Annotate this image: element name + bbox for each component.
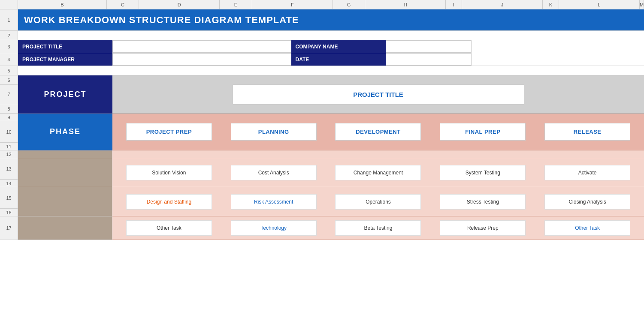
- row-num-10: 10: [0, 121, 18, 143]
- row-num-17: 17: [0, 216, 18, 240]
- task-cost-analysis[interactable]: Cost Analysis: [231, 165, 317, 180]
- col-header-M: M: [640, 0, 644, 9]
- row-num-16: 16: [0, 209, 18, 216]
- row-4-spacer: [472, 53, 644, 66]
- company-name-label: COMPANY NAME: [291, 40, 386, 53]
- row-num-15: 15: [0, 187, 18, 209]
- tasks-left-3: [18, 216, 112, 240]
- task-other-task-1[interactable]: Other Task: [126, 220, 212, 236]
- row-4-content: PROJECT MANAGER DATE: [18, 53, 644, 66]
- col-header-D: D: [139, 0, 220, 9]
- task-risk-assessment[interactable]: Risk Assessment: [231, 194, 317, 210]
- date-label: DATE: [291, 53, 386, 66]
- col-header-E: E: [220, 0, 252, 9]
- row-num-9: 9: [0, 114, 18, 121]
- col-header-K: K: [543, 0, 559, 9]
- task-activate[interactable]: Activate: [544, 165, 630, 180]
- project-title-area: PROJECT TITLE: [112, 75, 644, 114]
- spreadsheet: B C D E F G H I J K L M 1 WORK BREAKDOWN…: [0, 0, 644, 315]
- phase-release[interactable]: RELEASE: [544, 123, 630, 141]
- row-3: 3 PROJECT TITLE COMPANY NAME: [0, 40, 644, 53]
- phase-label: PHASE: [18, 114, 112, 150]
- row-num-14: 14: [0, 180, 18, 187]
- project-manager-label: PROJECT MANAGER: [18, 53, 112, 66]
- row-4: 4 PROJECT MANAGER DATE: [0, 53, 644, 66]
- row-num-7: 7: [0, 85, 18, 104]
- col-header-L: L: [559, 0, 640, 9]
- task-solution-vision[interactable]: Solution Vision: [126, 165, 212, 180]
- row-num-3: 3: [0, 40, 18, 53]
- wbs-project-title-box[interactable]: PROJECT TITLE: [233, 84, 524, 105]
- row-nums-6-8: 6 7 8: [0, 75, 18, 114]
- row-num-5: 5: [0, 66, 18, 75]
- row-nums-15-16: 15 16: [0, 187, 18, 216]
- title-bar: WORK BREAKDOWN STRUCTURE DIAGRAM TEMPLAT…: [18, 9, 644, 30]
- row-nums-13-14: 13 14: [0, 158, 18, 187]
- row-num-2: 2: [0, 31, 18, 40]
- row-nums-9-11: 9 10 11: [0, 114, 18, 150]
- task-row-2: Design and Staffing Risk Assessment Oper…: [112, 187, 644, 216]
- project-title-value[interactable]: [112, 40, 291, 53]
- row-2-content: [18, 31, 644, 40]
- row-num-4: 4: [0, 53, 18, 66]
- row-num-11: 11: [0, 143, 18, 150]
- project-manager-value[interactable]: [112, 53, 291, 66]
- row-1: 1 WORK BREAKDOWN STRUCTURE DIAGRAM TEMPL…: [0, 9, 644, 31]
- row-12-left: [18, 150, 112, 158]
- corner-cell: [0, 0, 18, 9]
- col-header-H: H: [365, 0, 446, 9]
- row-2: 2: [0, 31, 644, 40]
- task-change-management[interactable]: Change Management: [335, 165, 421, 180]
- phases-row: PROJECT PREP PLANNING DEVELOPMENT FINAL …: [112, 114, 644, 150]
- tasks-left-1: [18, 158, 112, 187]
- row-12: 12: [0, 150, 644, 158]
- row-num-6: 6: [0, 75, 18, 85]
- col-header-J: J: [462, 0, 543, 9]
- tasks-left-2: [18, 187, 112, 216]
- col-header-G: G: [333, 0, 365, 9]
- col-header-B: B: [18, 0, 107, 9]
- column-headers: B C D E F G H I J K L M: [0, 0, 644, 9]
- task-other-task-2[interactable]: Other Task: [544, 220, 630, 236]
- rows-13-14: 13 14 Solution Vision Cost Analysis Chan…: [0, 158, 644, 187]
- project-title-label: PROJECT TITLE: [18, 40, 112, 53]
- spreadsheet-title: WORK BREAKDOWN STRUCTURE DIAGRAM TEMPLAT…: [24, 15, 299, 26]
- task-row-1: Solution Vision Cost Analysis Change Man…: [112, 158, 644, 187]
- row-num-12: 12: [0, 150, 18, 158]
- rows-6-8: 6 7 8 PROJECT PROJECT TITLE: [0, 75, 644, 114]
- task-system-testing[interactable]: System Testing: [440, 165, 526, 180]
- row-num-17-col: 17: [0, 216, 18, 240]
- task-design-staffing[interactable]: Design and Staffing: [126, 194, 212, 210]
- col-header-C: C: [107, 0, 139, 9]
- task-release-prep[interactable]: Release Prep: [440, 220, 526, 236]
- row-3-spacer: [472, 40, 644, 53]
- rows-9-11: 9 10 11 PHASE PROJECT PREP PLANNING DEVE…: [0, 114, 644, 150]
- row-5: 5: [0, 66, 644, 75]
- col-header-F: F: [252, 0, 333, 9]
- task-operations[interactable]: Operations: [335, 194, 421, 210]
- task-stress-testing[interactable]: Stress Testing: [440, 194, 526, 210]
- phase-planning[interactable]: PLANNING: [231, 123, 317, 141]
- row-num-1: 1: [0, 9, 18, 30]
- phase-final-prep[interactable]: FINAL PREP: [440, 123, 526, 141]
- task-row-3: Other Task Technology Beta Testing Relea…: [112, 216, 644, 240]
- row-17: 17 Other Task Technology Beta Testing Re…: [0, 216, 644, 240]
- row-12-right: [112, 150, 644, 158]
- col-header-I: I: [446, 0, 462, 9]
- date-value[interactable]: [386, 53, 472, 66]
- row-1-content: WORK BREAKDOWN STRUCTURE DIAGRAM TEMPLAT…: [18, 9, 644, 30]
- task-closing-analysis[interactable]: Closing Analysis: [544, 194, 630, 210]
- phase-development[interactable]: DEVELOPMENT: [335, 123, 421, 141]
- phase-project-prep[interactable]: PROJECT PREP: [126, 123, 212, 141]
- task-beta-testing[interactable]: Beta Testing: [335, 220, 421, 236]
- row-5-content: [18, 66, 644, 75]
- rows-15-16: 15 16 Design and Staffing Risk Assessmen…: [0, 187, 644, 216]
- project-label: PROJECT: [18, 75, 112, 114]
- row-3-content: PROJECT TITLE COMPANY NAME: [18, 40, 644, 53]
- task-technology[interactable]: Technology: [231, 220, 317, 236]
- row-num-8: 8: [0, 104, 18, 114]
- company-name-value[interactable]: [386, 40, 472, 53]
- row-num-13: 13: [0, 158, 18, 180]
